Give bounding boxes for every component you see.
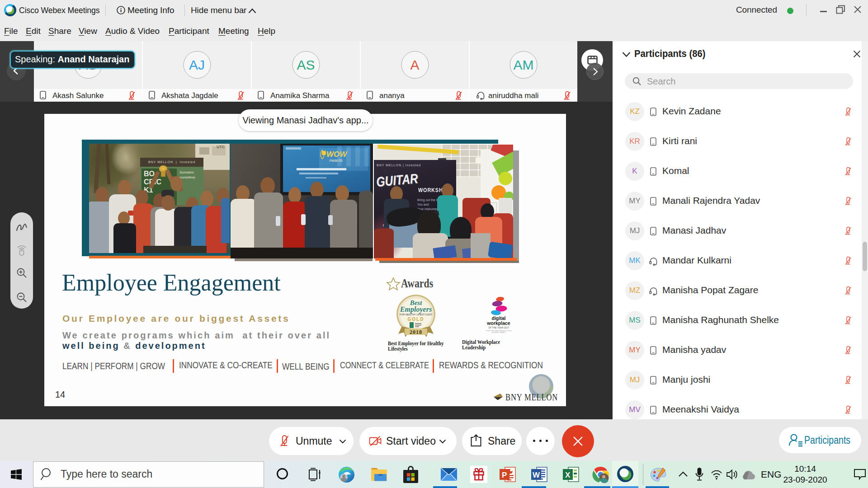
svg-text:FOR HEALTHY LIFESTYLES®: FOR HEALTHY LIFESTYLES® bbox=[400, 313, 432, 316]
svg-text:P: P bbox=[502, 471, 507, 479]
svg-text:workplace: workplace bbox=[486, 320, 510, 326]
svg-text:2018: 2018 bbox=[410, 329, 422, 335]
svg-text:and DWG CONNECT: and DWG CONNECT bbox=[491, 332, 506, 333]
svg-text:X: X bbox=[565, 471, 571, 479]
svg-text:Employers: Employers bbox=[400, 305, 432, 314]
svg-text:GOLD: GOLD bbox=[408, 317, 425, 322]
svg-text:W: W bbox=[533, 471, 540, 479]
svg-text:OF THE YEAR 2017: OF THE YEAR 2017 bbox=[488, 326, 509, 329]
